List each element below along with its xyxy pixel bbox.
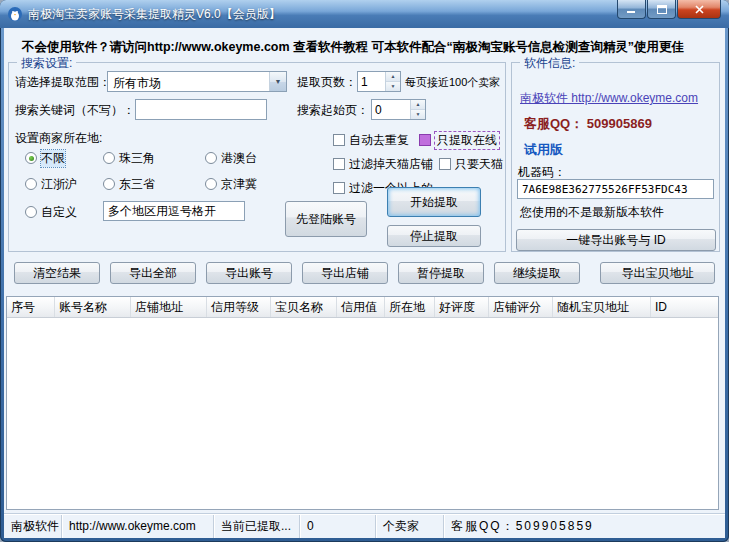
machine-code-label: 机器码：: [518, 165, 566, 179]
search-settings-group: 搜索设置: 请选择提取范围： 所有市场 ▼ 提取页数： ▲ ▼ 每页接近100个…: [8, 62, 506, 252]
table-header: 序号 账号名称 店铺地址 信用等级 宝贝名称 信用值 所在地 好评度 店铺评分 …: [7, 297, 718, 318]
statusbar-cell-progress-label: 当前已提取...: [214, 515, 300, 538]
maximize-icon: [657, 5, 667, 14]
column-header-item-name[interactable]: 宝贝名称: [271, 297, 337, 317]
maximize-button[interactable]: [647, 0, 676, 19]
app-window: 南极淘宝卖家账号采集提取精灵V6.0【会员版】 不会使用软件？请访问http:/…: [0, 0, 729, 542]
statusbar-cell-count: 0: [300, 515, 376, 538]
radio-circle: [25, 152, 37, 164]
radio-circle: [25, 206, 37, 218]
export-id-button[interactable]: 一键导出账号与 ID: [516, 229, 716, 251]
table-body[interactable]: [7, 318, 718, 509]
radio-hk-macao-tw[interactable]: 港澳台: [205, 151, 257, 165]
resume-extract-button[interactable]: 继续提取: [494, 262, 580, 284]
column-header-seq[interactable]: 序号: [7, 297, 55, 317]
column-header-account[interactable]: 账号名称: [55, 297, 131, 317]
pause-extract-button[interactable]: 暂停提取: [398, 262, 484, 284]
keyword-label: 搜索关键词（不写）：: [15, 103, 135, 117]
spin-down-icon[interactable]: ▼: [411, 110, 425, 119]
checkbox-box: [333, 134, 345, 146]
minimize-button[interactable]: [617, 0, 646, 19]
statusbar-cell-unit: 个卖家: [376, 515, 444, 538]
software-info-group: 软件信息: 南极软件 http://www.okeyme.com 客服QQ： 5…: [511, 62, 720, 252]
radio-pearl-delta[interactable]: 珠三角: [103, 151, 155, 165]
status-bar: 南极软件 http://www.okeyme.com 当前已提取... 0 个卖…: [4, 514, 725, 538]
range-select-value: 所有市场: [108, 72, 269, 91]
checkbox-box: [419, 134, 431, 146]
login-button[interactable]: 先登陆账号: [285, 201, 367, 237]
checkbox-filter-tmall[interactable]: 过滤掉天猫店铺: [333, 157, 433, 171]
checkbox-online-only[interactable]: 只提取在线: [419, 133, 499, 147]
clear-results-button[interactable]: 清空结果: [14, 262, 100, 284]
radio-circle: [103, 152, 115, 164]
export-item-urls-button[interactable]: 导出宝贝地址: [600, 262, 715, 284]
column-header-rating[interactable]: 好评度: [435, 297, 489, 317]
close-icon: [695, 5, 704, 14]
close-button[interactable]: [677, 0, 721, 19]
startpage-spinner[interactable]: ▲ ▼: [371, 99, 426, 120]
pages-label: 提取页数：: [297, 75, 357, 89]
column-header-shop-url[interactable]: 店铺地址: [131, 297, 207, 317]
keyword-input[interactable]: [135, 99, 267, 120]
column-header-id[interactable]: ID: [651, 297, 718, 317]
export-all-button[interactable]: 导出全部: [110, 262, 196, 284]
app-icon[interactable]: [7, 6, 23, 22]
range-label: 请选择提取范围：: [15, 75, 111, 89]
chevron-down-icon[interactable]: ▼: [269, 72, 286, 91]
machine-code-input[interactable]: [517, 179, 714, 199]
spin-up-icon[interactable]: ▲: [411, 100, 425, 110]
titlebar[interactable]: 南极淘宝卖家账号采集提取精灵V6.0【会员版】: [0, 0, 729, 28]
checkbox-box: [333, 158, 345, 170]
stop-extract-button[interactable]: 停止提取: [387, 225, 481, 247]
spin-down-icon[interactable]: ▼: [386, 82, 400, 91]
statusbar-cell-qq: 客服QQ：509905859: [444, 515, 725, 538]
radio-circle: [205, 152, 217, 164]
checkbox-box: [439, 158, 451, 170]
range-select[interactable]: 所有市场 ▼: [107, 71, 287, 92]
column-header-shop-score[interactable]: 店铺评分: [489, 297, 553, 317]
software-link[interactable]: 南极软件 http://www.okeyme.com: [520, 91, 698, 105]
pages-hint: 每页接近100个卖家: [405, 75, 500, 89]
statusbar-cell-url: http://www.okeyme.com: [62, 515, 214, 538]
column-header-random-item-url[interactable]: 随机宝贝地址: [553, 297, 651, 317]
service-qq: 客服QQ： 509905869: [524, 117, 652, 131]
export-shops-button[interactable]: 导出店铺: [302, 262, 388, 284]
radio-custom[interactable]: 自定义: [25, 205, 77, 219]
trial-badge: 试用版: [524, 143, 563, 157]
radio-unlimited[interactable]: 不限: [25, 151, 65, 165]
minimize-icon: [627, 5, 637, 14]
radio-jingjinji[interactable]: 京津冀: [205, 177, 257, 191]
radio-circle: [205, 178, 217, 190]
search-settings-title: 搜索设置:: [17, 55, 76, 72]
start-extract-button[interactable]: 开始提取: [387, 187, 481, 217]
window-controls: [617, 0, 721, 19]
radio-northeast[interactable]: 东三省: [103, 177, 155, 191]
spin-up-icon[interactable]: ▲: [386, 72, 400, 82]
checkbox-auto-dedup[interactable]: 自动去重复: [333, 133, 409, 147]
checkbox-tmall-only[interactable]: 只要天猫: [439, 157, 503, 171]
version-note: 您使用的不是最新版本软件: [520, 205, 664, 219]
radio-jiangzhehu[interactable]: 江浙沪: [25, 177, 77, 191]
location-label: 设置商家所在地:: [15, 131, 102, 145]
pages-spinner-input[interactable]: [358, 72, 385, 91]
notice-text: 不会使用软件？请访问http://www.okeyme.com 查看软件教程 可…: [22, 39, 718, 56]
pages-spinner[interactable]: ▲ ▼: [357, 71, 401, 92]
column-header-location[interactable]: 所在地: [385, 297, 435, 317]
column-header-credit-value[interactable]: 信用值: [337, 297, 385, 317]
checkbox-box: [333, 182, 345, 194]
radio-circle: [103, 178, 115, 190]
export-accounts-button[interactable]: 导出账号: [206, 262, 292, 284]
statusbar-cell-brand: 南极软件: [4, 515, 62, 538]
results-table: 序号 账号名称 店铺地址 信用等级 宝贝名称 信用值 所在地 好评度 店铺评分 …: [6, 296, 719, 510]
startpage-spinner-input[interactable]: [372, 100, 410, 119]
window-title: 南极淘宝卖家账号采集提取精灵V6.0【会员版】: [28, 0, 281, 28]
column-header-credit-level[interactable]: 信用等级: [207, 297, 271, 317]
custom-area-input[interactable]: [103, 201, 245, 221]
software-info-title: 软件信息:: [520, 55, 579, 72]
radio-circle: [25, 178, 37, 190]
startpage-label: 搜索起始页：: [297, 103, 369, 117]
